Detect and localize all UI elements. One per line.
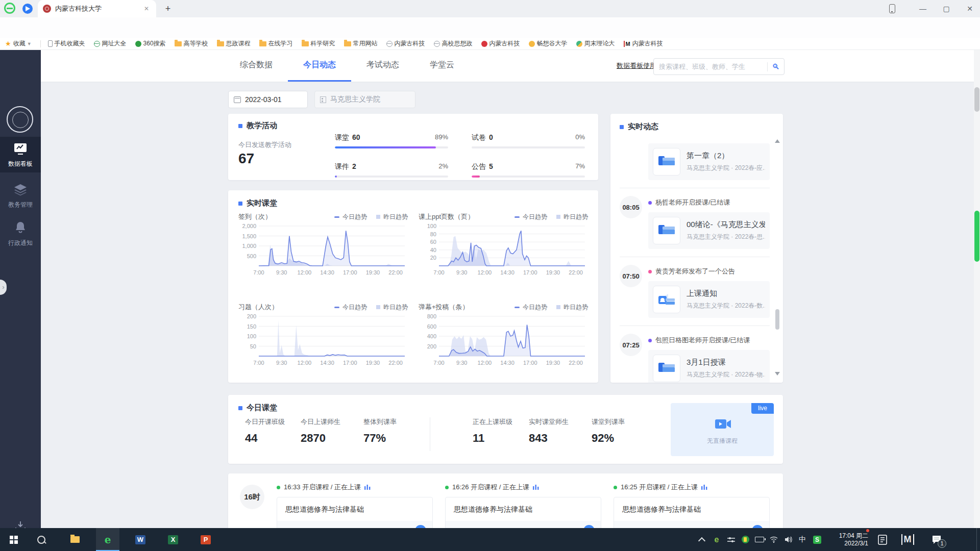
date-filter[interactable]: 2022-03-01	[228, 91, 308, 108]
excel-icon[interactable]: X	[161, 528, 185, 551]
battery-icon[interactable]	[752, 528, 767, 551]
tray-settings-icon[interactable]	[724, 528, 738, 551]
start-button[interactable]	[2, 528, 26, 551]
feed-scrollbar[interactable]	[775, 139, 780, 375]
minimize-button[interactable]: —	[912, 0, 934, 17]
feed-body: 包照日格图老师开启授课/已结课3月1日授课马克思主义学院 · 2022春-物..…	[648, 334, 770, 383]
page-scrollbar-thumb[interactable]	[974, 87, 979, 112]
tray-expand-icon[interactable]	[694, 528, 709, 551]
bookmarks-root[interactable]: ★ 收藏 ▼	[5, 39, 32, 48]
bookmark-item[interactable]: 高校思想政	[434, 39, 473, 48]
metric-progress-track	[335, 146, 448, 148]
no-live-text: 无直播课程	[671, 437, 774, 445]
search-icon[interactable]: 🔍︎	[768, 62, 784, 71]
taskbar-clock[interactable]: 17:04 周二2022/3/1	[829, 528, 868, 551]
feed-card[interactable]: 上课通知马克思主义学院 · 2022春-数...	[648, 281, 770, 318]
bookmark-item[interactable]: 畅想谷大学	[529, 39, 568, 48]
browser-taskbar-icon[interactable]: e	[96, 528, 119, 551]
svg-text:100: 100	[427, 223, 436, 229]
bookmark-item[interactable]: 网址大全	[94, 39, 127, 48]
feed-item: 第一章（2）马克思主义学院 · 2022春-应...	[620, 138, 770, 180]
ime-indicator[interactable]: 中	[795, 528, 810, 551]
feed-body: 黄贵芳老师发布了一个公告上课通知马克思主义学院 · 2022春-数...	[648, 265, 770, 318]
quick-access-icon[interactable]	[22, 4, 33, 14]
classroom-icon	[653, 217, 680, 244]
m-app-tray-icon[interactable]: M	[897, 528, 918, 551]
building-icon	[320, 96, 326, 103]
svg-text:1,000: 1,000	[242, 243, 256, 249]
classroom-stat: 课堂到课率92%	[592, 417, 625, 445]
stat-value: 843	[529, 432, 569, 445]
metric-progress-track	[472, 146, 585, 148]
tab-overview[interactable]: 综合数据	[225, 50, 288, 82]
tray-antivirus-icon[interactable]	[738, 528, 752, 551]
bookmark-item[interactable]: 内蒙古科技	[386, 39, 425, 48]
volume-icon[interactable]	[781, 528, 795, 551]
new-tab-button[interactable]: +	[162, 3, 174, 14]
show-desktop-button[interactable]	[976, 528, 977, 551]
today-line-marker	[514, 216, 520, 218]
browser-logo-icon[interactable]	[4, 3, 15, 14]
notes-tray-icon[interactable]	[874, 528, 891, 551]
page-scrollbar-marker[interactable]	[974, 211, 979, 262]
search-input[interactable]	[654, 63, 767, 70]
bookmark-item[interactable]: 周末理论大	[576, 39, 615, 48]
page-scrollbar-track[interactable]	[974, 50, 980, 528]
metric-progress-fill	[335, 176, 337, 178]
svg-text:14:30: 14:30	[500, 360, 514, 366]
feed-card[interactable]: 00绪论-《马克思主义发...马克思主义学院 · 2022春-思...	[648, 212, 770, 249]
taskbar-search-icon[interactable]	[30, 528, 53, 551]
feed-item: 07:25包照日格图老师开启授课/已结课3月1日授课马克思主义学院 · 2022…	[620, 334, 770, 383]
bookmark-item[interactable]: 手机收藏夹	[48, 39, 85, 48]
tab-exam[interactable]: 考试动态	[351, 50, 414, 82]
scroll-down-icon[interactable]	[775, 372, 780, 375]
feed-scroll-thumb[interactable]	[775, 309, 779, 330]
scroll-up-icon[interactable]	[775, 139, 780, 143]
sogou-icon[interactable]: S	[810, 528, 825, 551]
stat-value: 77%	[363, 432, 397, 445]
yesterday-area-marker	[556, 215, 560, 219]
tab-today[interactable]: 今日动态	[288, 50, 351, 82]
bookmark-item[interactable]: 360搜索	[135, 39, 166, 48]
tab-close-icon[interactable]: ✕	[142, 4, 151, 13]
feed-item: 08:05杨哲老师开启授课/已结课00绪论-《马克思主义发...马克思主义学院 …	[620, 196, 770, 249]
svg-text:400: 400	[427, 333, 436, 339]
bookmark-item[interactable]: M内蒙古科技	[624, 39, 663, 48]
tab-xuetangyun[interactable]: 学堂云	[414, 50, 470, 82]
bookmark-item[interactable]: 科学研究	[302, 39, 335, 48]
bookmark-item[interactable]: 内蒙古科技	[481, 39, 520, 48]
sidebar-item-label: 行政通知	[0, 239, 41, 247]
circle-yellow-icon	[529, 41, 535, 47]
wifi-icon[interactable]	[767, 528, 781, 551]
chat-tray-icon[interactable]: 1	[925, 528, 948, 551]
tray-browser-icon[interactable]: e	[709, 528, 724, 551]
event-text: 包照日格图老师开启授课/已结课	[655, 336, 750, 345]
college-filter[interactable]: 马克思主义学院	[314, 91, 415, 108]
bookmark-item[interactable]: 在线学习	[259, 39, 293, 48]
close-button[interactable]: ✕	[959, 0, 980, 17]
feed-body: 第一章（2）马克思主义学院 · 2022春-应...	[648, 138, 770, 180]
sidebar-item-academic[interactable]: 教务管理	[0, 178, 41, 210]
word-icon[interactable]: W	[129, 528, 152, 551]
bookmark-item[interactable]: 常用网站	[344, 39, 378, 48]
course-name: 思想道德修养与法律基础	[614, 497, 769, 514]
maximize-button[interactable]: ▢	[935, 0, 958, 17]
tab-title: 内蒙古科技大学	[55, 4, 142, 13]
sidebar-item-notice[interactable]: 行政通知	[0, 215, 41, 247]
powerpoint-icon[interactable]: P	[194, 528, 217, 551]
file-explorer-icon[interactable]	[63, 528, 87, 551]
bookmark-item[interactable]: 高等学校	[175, 39, 208, 48]
browser-addressbar: ← → ⌂ https://imust.yuketang.cn/pro/dail…	[0, 17, 980, 38]
svg-text:19:30: 19:30	[366, 360, 380, 366]
browser-tab[interactable]: 内蒙古科技大学 ✕	[38, 0, 156, 17]
sidebar-item-dashboard[interactable]: 数据看板	[0, 137, 41, 172]
star-icon: ★	[5, 40, 11, 47]
feed-card[interactable]: 3月1日授课马克思主义学院 · 2022春-物...	[648, 350, 770, 383]
send-to-phone-icon[interactable]	[889, 4, 895, 13]
folder-icon	[302, 41, 309, 46]
stat-label: 今日开课班级	[245, 417, 285, 427]
svg-text:9:30: 9:30	[456, 269, 467, 276]
bookmark-item[interactable]: 思政课程	[217, 39, 251, 48]
feed-card[interactable]: 第一章（2）马克思主义学院 · 2022春-应...	[648, 143, 770, 180]
yesterday-area-marker	[376, 215, 380, 219]
